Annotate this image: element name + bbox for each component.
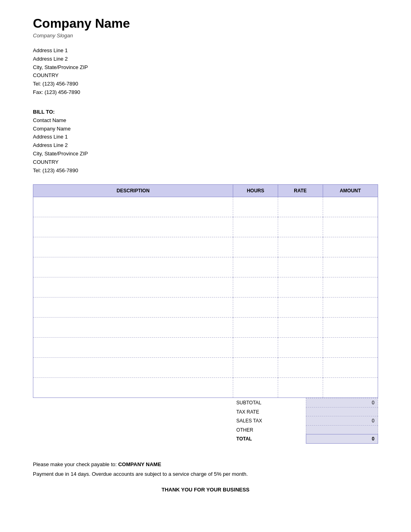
cell-hours [233, 217, 278, 237]
cell-rate [278, 298, 323, 318]
cell-amount [323, 358, 378, 378]
bill-address-line2: Address Line 2 [33, 141, 378, 150]
cell-description [33, 237, 233, 257]
table-row [33, 298, 378, 318]
payable-text-before: Please make your check payable to: [33, 461, 118, 467]
cell-amount [323, 197, 378, 217]
table-row [33, 257, 378, 277]
other-row: OTHER [233, 426, 378, 434]
bill-to-label: BILL TO: [33, 109, 378, 115]
payment-terms: Payment due in 14 days. Overdue accounts… [33, 469, 378, 479]
total-value: 0 [306, 434, 378, 444]
bill-tel: Tel: (123) 456-7890 [33, 167, 378, 175]
total-label: TOTAL [233, 434, 306, 444]
sales-tax-value: 0 [306, 416, 378, 426]
city-state-zip: City, State/Province ZIP [33, 63, 378, 72]
cell-rate [278, 358, 323, 378]
bill-company-name: Company Name [33, 125, 378, 133]
country: COUNTRY [33, 71, 378, 80]
tel: Tel: (123) 456-7890 [33, 80, 378, 88]
company-header: Company Name Company Slogan Address Line… [33, 16, 378, 97]
summary-section: SUBTOTAL 0 TAX RATE SALES TAX 0 OTHER TO… [33, 398, 378, 444]
table-row [33, 237, 378, 257]
table-row [33, 378, 378, 398]
cell-hours [233, 197, 278, 217]
table-row [33, 358, 378, 378]
table-row [33, 338, 378, 358]
cell-amount [323, 277, 378, 298]
bill-address-line1: Address Line 1 [33, 133, 378, 141]
col-header-hours: HOURS [233, 185, 278, 197]
fax: Fax: (123) 456-7890 [33, 88, 378, 97]
table-header-row: DESCRIPTION HOURS RATE AMOUNT [33, 185, 378, 197]
cell-amount [323, 378, 378, 398]
cell-amount [323, 237, 378, 257]
table-row [33, 318, 378, 338]
company-slogan: Company Slogan [33, 33, 378, 39]
cell-description [33, 277, 233, 298]
invoice-table: DESCRIPTION HOURS RATE AMOUNT [33, 184, 378, 398]
table-row [33, 217, 378, 237]
payable-company: COMPANY NAME [118, 461, 161, 467]
cell-description [33, 298, 233, 318]
cell-description [33, 217, 233, 237]
bill-to-section: BILL TO: Contact Name Company Name Addre… [33, 109, 378, 175]
thank-you: THANK YOU FOR YOUR BUSINESS [33, 485, 378, 494]
bill-to-info: Contact Name Company Name Address Line 1… [33, 116, 378, 175]
subtotal-label: SUBTOTAL [233, 398, 306, 408]
address-line2: Address Line 2 [33, 55, 378, 63]
cell-amount [323, 217, 378, 237]
cell-rate [278, 197, 323, 217]
payable-line: Please make your check payable to: COMPA… [33, 460, 378, 469]
invoice-page: Company Name Company Slogan Address Line… [33, 0, 378, 519]
other-value [306, 426, 378, 434]
contact-name: Contact Name [33, 116, 378, 125]
total-row: TOTAL 0 [233, 434, 378, 444]
summary-table: SUBTOTAL 0 TAX RATE SALES TAX 0 OTHER TO… [233, 398, 378, 444]
bill-country: COUNTRY [33, 158, 378, 167]
cell-hours [233, 378, 278, 398]
cell-rate [278, 257, 323, 277]
cell-hours [233, 298, 278, 318]
cell-amount [323, 318, 378, 338]
cell-description [33, 358, 233, 378]
cell-description [33, 257, 233, 277]
address-line1: Address Line 1 [33, 47, 378, 55]
cell-description [33, 378, 233, 398]
cell-rate [278, 237, 323, 257]
table-row [33, 277, 378, 298]
company-name: Company Name [33, 16, 378, 31]
other-label: OTHER [233, 426, 306, 434]
cell-rate [278, 378, 323, 398]
cell-rate [278, 277, 323, 298]
sales-tax-label: SALES TAX [233, 416, 306, 426]
cell-hours [233, 338, 278, 358]
bill-city-state-zip: City, State/Province ZIP [33, 150, 378, 158]
cell-hours [233, 318, 278, 338]
footer-section: Please make your check payable to: COMPA… [33, 460, 378, 494]
col-header-amount: AMOUNT [323, 185, 378, 197]
company-address: Address Line 1 Address Line 2 City, Stat… [33, 47, 378, 97]
subtotal-value: 0 [306, 398, 378, 408]
cell-amount [323, 298, 378, 318]
cell-rate [278, 318, 323, 338]
table-row [33, 197, 378, 217]
tax-rate-value [306, 408, 378, 416]
cell-amount [323, 338, 378, 358]
cell-rate [278, 217, 323, 237]
cell-hours [233, 257, 278, 277]
cell-hours [233, 277, 278, 298]
cell-hours [233, 358, 278, 378]
tax-rate-label: TAX RATE [233, 408, 306, 416]
cell-rate [278, 338, 323, 358]
col-header-description: DESCRIPTION [33, 185, 233, 197]
cell-description [33, 318, 233, 338]
cell-description [33, 197, 233, 217]
subtotal-row: SUBTOTAL 0 [233, 398, 378, 408]
cell-amount [323, 257, 378, 277]
col-header-rate: RATE [278, 185, 323, 197]
cell-description [33, 338, 233, 358]
sales-tax-row: SALES TAX 0 [233, 416, 378, 426]
tax-rate-row: TAX RATE [233, 408, 378, 416]
cell-hours [233, 237, 278, 257]
